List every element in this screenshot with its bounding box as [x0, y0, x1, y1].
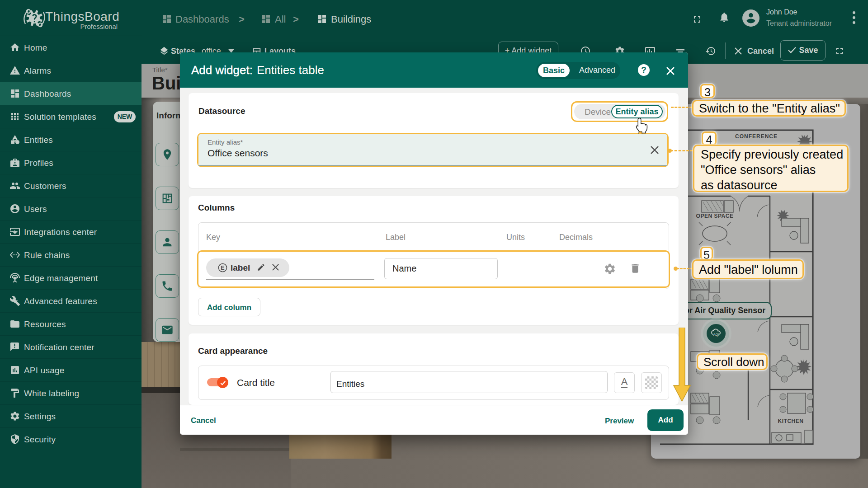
svg-text:OPEN SPACE: OPEN SPACE — [696, 213, 734, 219]
svg-text:KITCHEN: KITCHEN — [778, 418, 804, 424]
svg-text:E: E — [221, 265, 224, 271]
svg-text:CONFERENCE: CONFERENCE — [735, 133, 778, 140]
svg-text:AQI: AQI — [713, 333, 719, 337]
